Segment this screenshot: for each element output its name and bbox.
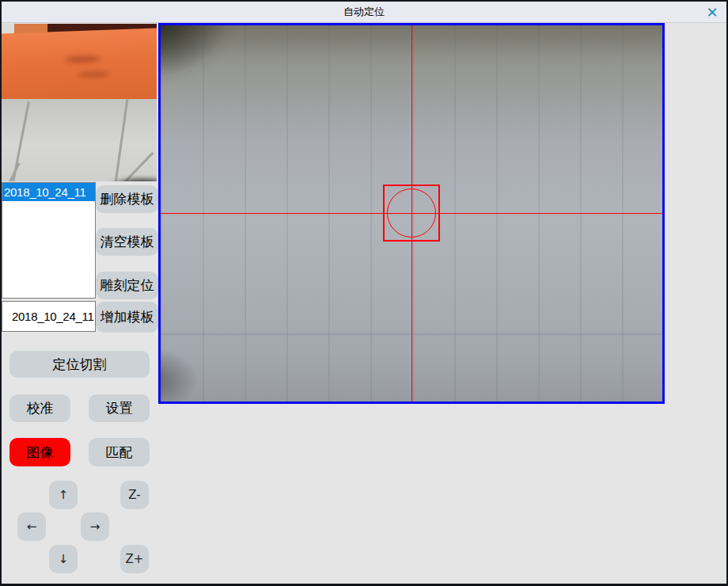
plank-grain-mark — [78, 71, 109, 78]
template-list: 2018_10_24_11 — [2, 182, 96, 299]
add-template-button[interactable]: 增加模板 — [96, 302, 158, 333]
delete-template-button[interactable]: 删除模板 — [96, 185, 158, 213]
image-button[interactable]: 图像 — [9, 438, 70, 466]
jog-z-plus-button[interactable]: Z+ — [120, 545, 149, 573]
title-bar: 自动定位 ✕ — [2, 2, 726, 23]
dialog-title: 自动定位 — [343, 5, 385, 19]
position-cut-button[interactable]: 定位切割 — [9, 351, 150, 378]
jog-z-minus-button[interactable]: Z- — [120, 481, 149, 509]
match-region-circle — [387, 188, 436, 238]
jog-left-button[interactable]: ← — [17, 512, 46, 541]
camera-viewport[interactable] — [158, 23, 665, 404]
thumbnail-dark-object — [93, 177, 157, 181]
engrave-position-button[interactable]: 雕刻定位 — [96, 272, 158, 299]
thumbnail-orange-plank — [2, 28, 157, 105]
close-icon[interactable]: ✕ — [703, 3, 722, 21]
calibrate-button[interactable]: 校准 — [9, 394, 70, 422]
template-thumbnail-preview — [2, 24, 157, 181]
template-name-input[interactable] — [2, 301, 96, 332]
jog-up-button[interactable]: ↑ — [49, 481, 78, 509]
match-button[interactable]: 匹配 — [89, 438, 150, 466]
auto-position-dialog: 自动定位 ✕ 2018_10_24_11 删除模板 清空模板 雕刻定位 增加模板… — [0, 0, 728, 586]
clear-template-button[interactable]: 清空模板 — [96, 228, 158, 256]
jog-down-button[interactable]: ↓ — [49, 545, 78, 573]
plank-grain-mark — [65, 55, 101, 63]
jog-right-button[interactable]: → — [81, 512, 109, 541]
template-list-item[interactable]: 2018_10_24_11 — [2, 183, 95, 201]
settings-button[interactable]: 设置 — [89, 394, 150, 422]
